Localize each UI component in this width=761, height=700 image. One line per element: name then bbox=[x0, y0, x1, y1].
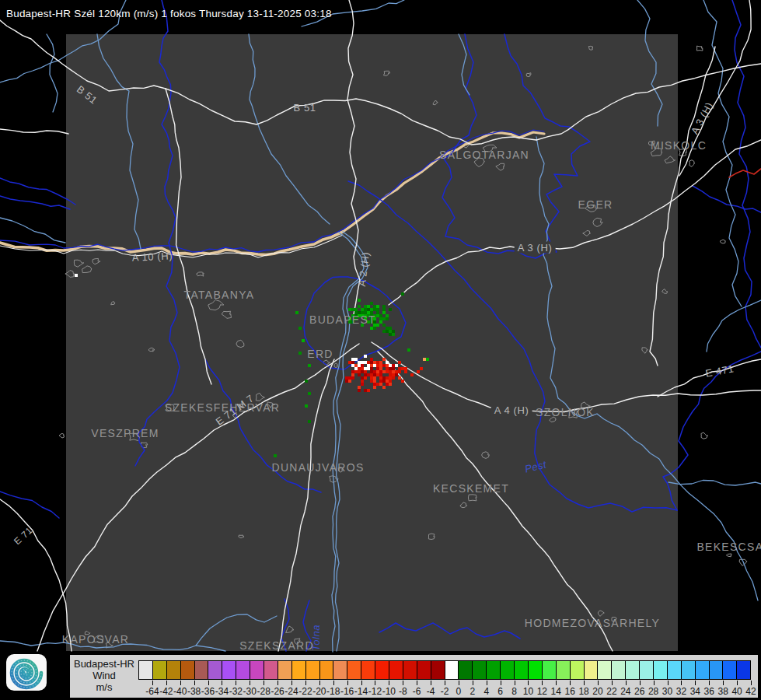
legend-swatch bbox=[722, 661, 736, 679]
legend-swatch bbox=[403, 661, 417, 679]
legend-tick-label: 12 bbox=[537, 686, 547, 697]
legend-tick bbox=[333, 681, 334, 685]
legend-tick-label: -22 bbox=[298, 686, 312, 697]
legend-tick-label: 20 bbox=[592, 686, 602, 697]
legend-tick-label: -28 bbox=[257, 686, 271, 697]
legend-tick-label: -38 bbox=[187, 686, 201, 697]
road-label-b51-east: B 51 bbox=[293, 102, 316, 114]
legend-tick-label: 38 bbox=[717, 686, 728, 697]
legend-tick bbox=[180, 681, 181, 685]
legend-tick bbox=[737, 681, 738, 685]
road-label-a3h: A 3 (H) bbox=[515, 242, 556, 254]
legend-tick bbox=[250, 681, 250, 685]
legend-tick-label: -42 bbox=[159, 686, 173, 697]
legend-tick bbox=[291, 681, 292, 685]
road-label-a10h: A 10 (H) bbox=[131, 250, 173, 264]
legend-tick-label: 2 bbox=[470, 686, 475, 697]
legend-unit: m/s bbox=[70, 681, 138, 693]
legend-tick-label: 14 bbox=[551, 686, 561, 697]
legend-swatch bbox=[222, 661, 236, 679]
legend-swatch bbox=[570, 661, 584, 679]
legend-tick-label: -4 bbox=[427, 686, 435, 697]
legend-tick bbox=[236, 681, 236, 685]
legend-title: Budapest-HR Wind m/s bbox=[70, 658, 138, 693]
legend-tick bbox=[501, 681, 501, 685]
legend-tick bbox=[166, 681, 167, 685]
legend-tick-label: 18 bbox=[578, 686, 588, 697]
legend-tick bbox=[305, 681, 306, 685]
legend-tick bbox=[723, 681, 724, 685]
legend-swatch bbox=[486, 661, 500, 679]
legend-quantity: Wind bbox=[70, 670, 138, 681]
city-label-hodmezovasarhely: HODMEZOVASARHELY bbox=[525, 617, 660, 629]
legend-swatch bbox=[625, 661, 639, 679]
legend-swatch bbox=[333, 661, 347, 679]
legend-swatch bbox=[194, 661, 208, 679]
legend-tick-label: -18 bbox=[326, 686, 340, 697]
legend-swatch bbox=[152, 661, 166, 679]
city-label-szekszard: SZEKSZARD bbox=[239, 639, 314, 652]
legend-tick-label: -10 bbox=[382, 686, 396, 697]
legend-tick-label: 36 bbox=[704, 686, 714, 697]
legend-tick bbox=[626, 681, 627, 685]
legend-tick-label: 32 bbox=[676, 686, 686, 697]
legend-tick-label: -32 bbox=[229, 686, 243, 697]
legend-swatch bbox=[472, 661, 486, 679]
legend-tick-label: -16 bbox=[340, 686, 354, 697]
county-label-tolna: Tolna bbox=[310, 625, 322, 651]
legend-tick bbox=[584, 681, 585, 685]
legend-tick bbox=[473, 681, 473, 685]
legend-tick-label: -12 bbox=[368, 686, 382, 697]
legend-tick bbox=[347, 681, 348, 685]
legend-tick bbox=[152, 681, 153, 685]
city-label-erd: ERD bbox=[307, 348, 333, 360]
legend-tick bbox=[264, 681, 264, 685]
map-canvas bbox=[0, 0, 761, 700]
legend-swatch bbox=[611, 661, 625, 679]
legend-tick bbox=[375, 681, 375, 685]
legend-tick bbox=[403, 681, 403, 685]
legend-swatch bbox=[166, 661, 180, 679]
legend-tick-label: -64 bbox=[145, 686, 159, 697]
legend-product: Budapest-HR bbox=[70, 658, 138, 670]
met-service-logo bbox=[6, 654, 47, 691]
legend-tick bbox=[542, 681, 543, 685]
legend-swatch bbox=[500, 661, 514, 679]
legend-tick bbox=[709, 681, 710, 685]
city-label-kecskemet: KECSKEMET bbox=[433, 482, 509, 495]
legend-swatch bbox=[556, 661, 570, 679]
legend-swatch bbox=[458, 661, 472, 679]
legend-swatch bbox=[389, 661, 403, 679]
legend-swatch bbox=[291, 661, 305, 679]
legend-swatch bbox=[208, 661, 222, 679]
legend-tick-label: 16 bbox=[564, 686, 574, 697]
city-label-szolnok: SZOLNOK bbox=[536, 406, 595, 418]
city-label-bekescsaba: BEKESCSABA bbox=[696, 541, 761, 553]
legend-swatch bbox=[319, 661, 333, 679]
city-label-eger: EGER bbox=[578, 198, 613, 211]
city-label-tatabanya: TATABANYA bbox=[184, 289, 255, 301]
legend-tick bbox=[751, 681, 752, 685]
legend-tick-label: 10 bbox=[523, 686, 533, 697]
legend-swatch bbox=[264, 661, 278, 679]
legend-tick-label: -8 bbox=[399, 686, 407, 697]
city-label-budapest: BUDAPEST bbox=[309, 313, 376, 326]
legend-tick-label: -40 bbox=[173, 686, 187, 697]
product-title: Budapest-HR Szél 120km (m/s) 1 fokos Thu… bbox=[6, 8, 332, 19]
legend-swatch bbox=[709, 661, 723, 679]
legend-tick-label: -6 bbox=[413, 686, 421, 697]
legend-swatch bbox=[681, 661, 695, 679]
legend-swatch bbox=[278, 661, 291, 679]
legend-tick-label: -26 bbox=[271, 686, 284, 697]
legend-tick bbox=[654, 681, 655, 685]
legend-swatch bbox=[542, 661, 556, 679]
city-label-veszprem: VESZPREM bbox=[91, 427, 159, 439]
legend-swatch bbox=[431, 661, 445, 679]
legend-swatch bbox=[375, 661, 389, 679]
legend-tick-label: 8 bbox=[511, 686, 517, 697]
legend-tick-label: -24 bbox=[285, 686, 298, 697]
legend-tick-label: -36 bbox=[201, 686, 215, 697]
legend-tick bbox=[459, 681, 459, 685]
legend-swatch bbox=[180, 661, 194, 679]
legend-swatch bbox=[445, 661, 459, 679]
